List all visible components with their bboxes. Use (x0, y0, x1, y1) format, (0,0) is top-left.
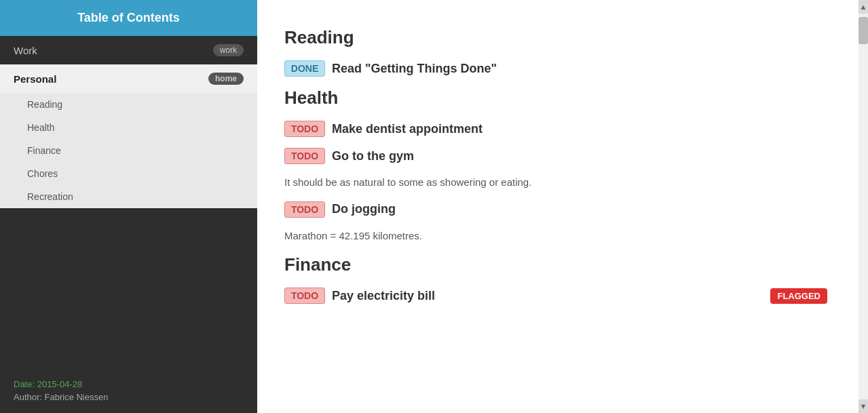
sidebar-item-personal-label: Personal (14, 73, 56, 85)
main-content[interactable]: ▲ ▼ Reading DONE Read "Getting Things Do… (257, 0, 868, 413)
scrollbar-track: ▲ ▼ (858, 0, 868, 413)
task-text: Do jogging (332, 202, 396, 216)
sidebar-item-work[interactable]: Work work (0, 36, 257, 64)
task-row-left: TODO Make dentist appointment (284, 121, 483, 137)
section-reading: Reading DONE Read "Getting Things Done" (284, 27, 827, 77)
content-area: Reading DONE Read "Getting Things Done" … (284, 27, 841, 304)
sidebar-item-personal[interactable]: Personal home (0, 64, 257, 93)
sidebar-item-chores[interactable]: Chores (0, 162, 257, 185)
sidebar-item-health[interactable]: Health (0, 116, 257, 139)
sidebar-item-personal-badge: home (208, 73, 244, 85)
task-text: Pay electricity bill (332, 289, 435, 303)
sidebar-subnav: Reading Health Finance Chores Recreation (0, 93, 257, 208)
task-row-left: TODO Do jogging (284, 201, 396, 218)
scroll-up-arrow[interactable]: ▲ (858, 0, 868, 14)
section-finance: Finance TODO Pay electricity bill FLAGGE… (284, 254, 827, 304)
section-finance-title: Finance (284, 254, 827, 275)
task-row: DONE Read "Getting Things Done" (284, 60, 827, 77)
section-health-title: Health (284, 87, 827, 109)
scrollbar-thumb[interactable] (858, 17, 868, 44)
scroll-down-arrow[interactable]: ▼ (858, 399, 868, 413)
task-text: Go to the gym (332, 149, 414, 163)
task-row-left: DONE Read "Getting Things Done" (284, 60, 497, 77)
sidebar-item-work-label: Work (14, 45, 37, 56)
sidebar-item-work-badge: work (213, 44, 244, 56)
task-row: TODO Do jogging (284, 201, 827, 218)
task-note: It should be as natural to some as showe… (284, 175, 827, 191)
sidebar-item-finance[interactable]: Finance (0, 139, 257, 162)
sidebar-footer: Date: 2015-04-28 Author: Fabrice Niessen (0, 368, 257, 413)
sidebar-item-reading[interactable]: Reading (0, 93, 257, 116)
sidebar-title: Table of Contents (0, 0, 257, 36)
status-badge-todo: TODO (284, 201, 325, 218)
task-note: Marathon = 42.195 kilometres. (284, 229, 827, 244)
footer-author: Author: Fabrice Niessen (14, 392, 244, 402)
section-reading-title: Reading (284, 27, 827, 48)
section-health: Health TODO Make dentist appointment TOD… (284, 87, 827, 243)
task-text: Make dentist appointment (332, 122, 483, 136)
task-row: TODO Make dentist appointment (284, 121, 827, 137)
task-row: TODO Go to the gym (284, 148, 827, 164)
task-row: TODO Pay electricity bill FLAGGED (284, 288, 827, 304)
status-badge-todo: TODO (284, 148, 325, 164)
status-badge-todo: TODO (284, 121, 325, 137)
sidebar-nav: Work work Personal home Reading Health F… (0, 36, 257, 368)
task-row-left: TODO Pay electricity bill (284, 288, 435, 304)
sidebar: Table of Contents Work work Personal hom… (0, 0, 257, 413)
status-badge-todo: TODO (284, 288, 325, 304)
task-text: Read "Getting Things Done" (332, 62, 497, 76)
flagged-badge: FLAGGED (770, 288, 827, 304)
status-badge-done: DONE (284, 60, 325, 77)
task-row-left: TODO Go to the gym (284, 148, 414, 164)
sidebar-item-recreation[interactable]: Recreation (0, 185, 257, 208)
footer-date: Date: 2015-04-28 (14, 379, 244, 389)
